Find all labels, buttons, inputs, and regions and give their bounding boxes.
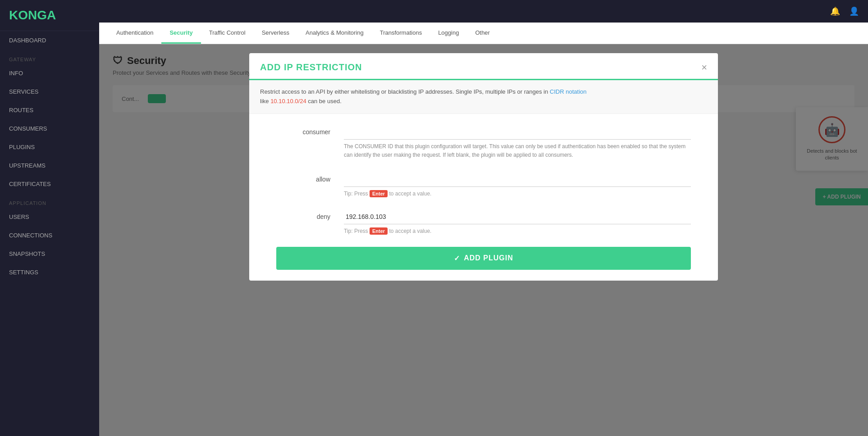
add-plugin-button[interactable]: ✓ ADD PLUGIN <box>276 247 691 270</box>
modal-info-text-after: like <box>260 98 269 104</box>
allow-field-row: allow Tip: Press Enter to accept a value… <box>276 172 691 197</box>
sidebar-item-label: PLUGINS <box>9 144 35 150</box>
modal-header: ADD IP RESTRICTION × <box>249 53 718 80</box>
allow-tip-prefix: Tip: Press <box>344 191 368 197</box>
add-plugin-label: ADD PLUGIN <box>464 254 513 262</box>
sidebar-item-label: CONSUMERS <box>9 125 47 132</box>
consumer-field-row: consumer The CONSUMER ID that this plugi… <box>276 125 691 159</box>
tab-logging[interactable]: Logging <box>430 23 467 44</box>
user-icon[interactable]: 👤 <box>849 6 859 16</box>
sidebar-item-label: USERS <box>9 213 29 220</box>
sidebar-item-plugins[interactable]: PLUGINS <box>0 138 99 156</box>
ip-example: 10.10.10.0/24 <box>270 98 306 104</box>
tab-traffic-control[interactable]: Traffic Control <box>201 23 254 44</box>
sidebar-item-label: SETTINGS <box>9 269 38 276</box>
sidebar-section-gateway: GATEWAY <box>0 50 99 64</box>
logo-text: KONGA <box>9 8 56 22</box>
sidebar-item-snapshots[interactable]: SNAPSHOTS <box>0 245 99 263</box>
allow-field: Tip: Press Enter to accept a value. <box>344 172 691 197</box>
allow-label: allow <box>276 172 330 183</box>
tab-authentication[interactable]: Authentication <box>108 23 161 44</box>
tab-analytics-monitoring[interactable]: Analytics & Monitoring <box>297 23 372 44</box>
modal-info-text-end: can be used. <box>308 98 341 104</box>
sidebar-item-info[interactable]: INFO <box>0 64 99 82</box>
allow-enter-key: Enter <box>370 190 388 197</box>
topbar: 🔔 👤 <box>99 0 868 23</box>
cidr-notation-link[interactable]: CIDR notation <box>550 88 587 95</box>
sidebar-item-label: DASHBOARD <box>9 37 46 44</box>
allow-input[interactable] <box>344 172 691 187</box>
plugin-tabs: Authentication Security Traffic Control … <box>99 23 868 44</box>
tab-other[interactable]: Other <box>467 23 498 44</box>
sidebar-item-settings[interactable]: SETTINGS <box>0 263 99 282</box>
sidebar-item-label: ROUTES <box>9 107 33 114</box>
main-content: 🔔 👤 Authentication Security Traffic Cont… <box>99 0 868 436</box>
sidebar-item-connections[interactable]: CONNECTIONS <box>0 226 99 245</box>
sidebar-item-certificates[interactable]: CERTIFICATES <box>0 175 99 193</box>
sidebar-logo: KONGA <box>0 0 99 31</box>
deny-field-row: deny Tip: Press Enter to accept a value. <box>276 209 691 234</box>
sidebar-item-routes[interactable]: ROUTES <box>0 101 99 119</box>
sidebar-item-label: UPSTREAMS <box>9 162 46 169</box>
modal-close-button[interactable]: × <box>701 63 707 73</box>
modal-title: ADD IP RESTRICTION <box>260 62 362 73</box>
allow-tip: Tip: Press Enter to accept a value. <box>344 191 691 197</box>
sidebar-item-label: SNAPSHOTS <box>9 250 45 257</box>
sidebar-item-consumers[interactable]: CONSUMERS <box>0 119 99 138</box>
consumer-field: The CONSUMER ID that this plugin configu… <box>344 125 691 159</box>
consumer-input[interactable] <box>344 125 691 140</box>
consumer-description: The CONSUMER ID that this plugin configu… <box>344 142 691 159</box>
add-ip-restriction-modal: ADD IP RESTRICTION × Restrict access to … <box>249 53 718 281</box>
deny-input[interactable] <box>344 209 691 224</box>
allow-tip-suffix: to accept a value. <box>389 191 431 197</box>
deny-enter-key: Enter <box>370 227 388 235</box>
deny-tip-prefix: Tip: Press <box>344 228 368 234</box>
tab-security[interactable]: Security <box>161 23 201 44</box>
modal-info-section: Restrict access to an API by either whit… <box>249 80 718 114</box>
sidebar: KONGA DASHBOARD GATEWAY INFO SERVICES RO… <box>0 0 99 436</box>
tab-transformations[interactable]: Transformations <box>372 23 430 44</box>
sidebar-item-upstreams[interactable]: UPSTREAMS <box>0 156 99 175</box>
deny-field: Tip: Press Enter to accept a value. <box>344 209 691 234</box>
consumer-label: consumer <box>276 125 330 136</box>
deny-label: deny <box>276 209 330 220</box>
sidebar-item-label: CONNECTIONS <box>9 232 52 239</box>
sidebar-item-label: CERTIFICATES <box>9 181 51 187</box>
modal-body: consumer The CONSUMER ID that this plugi… <box>249 114 718 281</box>
tab-serverless[interactable]: Serverless <box>254 23 297 44</box>
sidebar-section-application: APPLICATION <box>0 193 99 208</box>
add-plugin-checkmark: ✓ <box>454 254 460 263</box>
sidebar-item-dashboard[interactable]: DASHBOARD <box>0 31 99 50</box>
sidebar-item-services[interactable]: SERVICES <box>0 82 99 101</box>
page-content: 🛡 Security Protect your Services and Rou… <box>99 44 868 436</box>
bell-icon[interactable]: 🔔 <box>830 6 840 16</box>
deny-tip-suffix: to accept a value. <box>389 228 431 234</box>
sidebar-item-users[interactable]: USERS <box>0 208 99 226</box>
modal-info-text-before: Restrict access to an API by either whit… <box>260 88 548 95</box>
deny-tip: Tip: Press Enter to accept a value. <box>344 228 691 234</box>
modal-overlay[interactable]: ADD IP RESTRICTION × Restrict access to … <box>99 44 868 436</box>
sidebar-item-label: INFO <box>9 70 23 77</box>
sidebar-item-label: SERVICES <box>9 88 39 95</box>
